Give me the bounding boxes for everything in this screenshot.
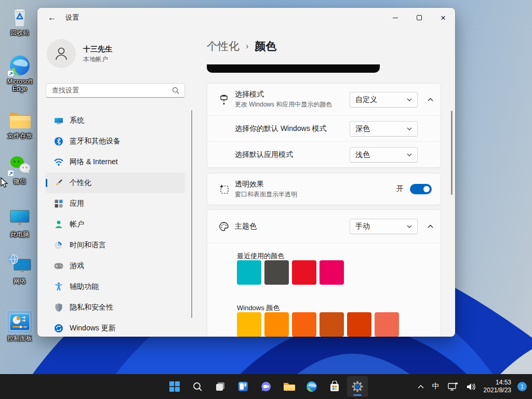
sidebar-item-privacy[interactable]: 隐私和安全性 [46, 297, 185, 318]
titlebar: ← 设置 × [37, 8, 455, 28]
sidebar-item-gaming[interactable]: 游戏 [46, 256, 185, 276]
sidebar-item-time-language[interactable]: 时间和语言 [46, 235, 185, 256]
widgets-button[interactable] [233, 376, 254, 397]
accent-color-card: 主题色 手动 最近使用的颜色 Win [207, 209, 441, 337]
desktop-icon-edge[interactable]: Microsoft Edge [1, 54, 38, 92]
color-swatch[interactable] [292, 312, 316, 337]
sidebar-scrollbar[interactable] [191, 110, 192, 318]
accent-mode-dropdown[interactable]: 手动 [350, 219, 418, 234]
search-input[interactable]: 查找设置 [46, 83, 185, 98]
search-icon [192, 381, 203, 392]
choose-mode-card: 选择模式 更改 Windows 和应用中显示的颜色 自定义 选择你的默认 Win… [207, 83, 441, 168]
app-mode-label: 选择默认应用模式 [235, 150, 293, 159]
edge-button[interactable] [301, 376, 322, 397]
desktop-icon-control-panel[interactable]: 控制面板 [1, 311, 38, 342]
start-button[interactable] [164, 376, 185, 397]
network-tray-button[interactable] [445, 376, 461, 397]
transparency-icon [218, 183, 230, 195]
clock[interactable]: 14:53 2021/8/23 [482, 379, 513, 394]
recent-colors-label: 最近使用的颜色 [237, 251, 284, 261]
settings-gear-icon [351, 380, 364, 393]
sidebar-item-apps[interactable]: 应用 [46, 193, 185, 214]
gaming-icon [54, 261, 63, 271]
color-swatch[interactable] [292, 260, 316, 285]
sidebar-item-windows-update[interactable]: Windows 更新 [46, 318, 185, 337]
sidebar-item-network[interactable]: 网络 & Internet [46, 152, 185, 172]
tray-chevron-button[interactable] [415, 376, 427, 397]
personalization-icon [54, 178, 63, 188]
mode-dropdown[interactable]: 自定义 [350, 92, 418, 108]
color-swatch[interactable] [375, 312, 399, 337]
breadcrumb-separator: › [246, 42, 248, 51]
color-swatch[interactable] [320, 260, 344, 285]
chevron-up-icon [428, 224, 433, 228]
color-swatch[interactable] [237, 312, 261, 337]
ime-indicator[interactable]: 中 [430, 376, 442, 397]
avatar[interactable] [47, 39, 76, 68]
minimize-button[interactable] [383, 8, 407, 28]
transparency-toggle[interactable] [410, 184, 432, 194]
edge-icon [306, 381, 317, 392]
volume-tray-button[interactable] [464, 376, 478, 397]
shortcut-arrow-icon [8, 71, 14, 76]
windows-mode-dropdown[interactable]: 深色 [350, 121, 418, 137]
sidebar-item-accounts[interactable]: 帐户 [46, 214, 185, 235]
chat-button[interactable] [256, 376, 276, 397]
notification-badge[interactable]: 1 [517, 382, 527, 391]
breadcrumb-parent[interactable]: 个性化 [207, 39, 240, 54]
chevron-up-icon [418, 385, 424, 389]
windows-mode-row: 选择你的默认 Windows 模式 深色 [207, 115, 441, 141]
color-swatch[interactable] [320, 312, 344, 337]
store-icon [329, 381, 340, 392]
collapse-button[interactable] [422, 219, 438, 234]
windows-mode-label: 选择你的默认 Windows 模式 [235, 124, 327, 134]
wifi-icon [54, 157, 63, 167]
recent-colors [237, 260, 344, 285]
desktop-icon-this-pc[interactable]: 此电脑 [1, 207, 38, 238]
sidebar-item-bluetooth[interactable]: 蓝牙和其他设备 [46, 131, 185, 152]
chevron-down-icon [407, 127, 412, 130]
taskbar: 中 14:53 2021/8/23 1 [0, 374, 532, 399]
taskbar-search-button[interactable] [187, 376, 208, 397]
color-swatch[interactable] [264, 260, 289, 285]
accent-color-row: 主题色 手动 [207, 210, 441, 243]
palette-icon [218, 221, 230, 232]
desktop-icon-recycle-bin[interactable]: 回收站 [1, 5, 38, 36]
sidebar-item-system[interactable]: 系统 [46, 110, 185, 131]
sidebar-item-personalization[interactable]: 个性化 [46, 172, 185, 193]
speaker-icon [467, 383, 476, 391]
user-name: 十三先生 [83, 45, 112, 54]
settings-button[interactable] [347, 376, 368, 397]
windows-update-icon [54, 324, 63, 333]
close-button[interactable]: × [431, 8, 455, 28]
maximize-button[interactable] [407, 8, 431, 28]
sidebar-item-accessibility[interactable]: 辅助功能 [46, 276, 185, 297]
folder-icon [7, 108, 32, 131]
content: 个性化 › 颜色 选择模式 更改 Windows 和应用中显 [207, 28, 455, 337]
file-explorer-button[interactable] [278, 376, 299, 397]
mouse-cursor [1, 177, 9, 189]
shield-icon [54, 303, 63, 312]
ethernet-icon [448, 382, 458, 391]
content-scrollbar[interactable] [451, 111, 453, 195]
windows-colors [237, 312, 399, 337]
wechat-icon [7, 154, 32, 177]
close-icon: × [441, 14, 446, 22]
color-swatch[interactable] [264, 312, 289, 337]
store-button[interactable] [324, 376, 345, 397]
user-account-type: 本地帐户 [83, 55, 108, 64]
chevron-down-icon [407, 225, 412, 228]
maximize-icon [417, 15, 422, 20]
app-mode-dropdown[interactable]: 浅色 [350, 147, 418, 163]
theme-preview-image [207, 64, 380, 73]
collapse-button[interactable] [422, 92, 438, 108]
desktop-icon-folder[interactable]: 文件存放 [1, 108, 38, 139]
desktop-icon-network[interactable]: 网络 [1, 254, 38, 285]
color-swatch[interactable] [237, 260, 261, 285]
tray-date: 2021/8/23 [484, 387, 511, 394]
back-button[interactable]: ← [44, 10, 60, 25]
task-view-button[interactable] [210, 376, 231, 397]
this-pc-icon [7, 207, 32, 230]
color-swatch[interactable] [347, 312, 371, 337]
apps-icon [54, 199, 63, 208]
